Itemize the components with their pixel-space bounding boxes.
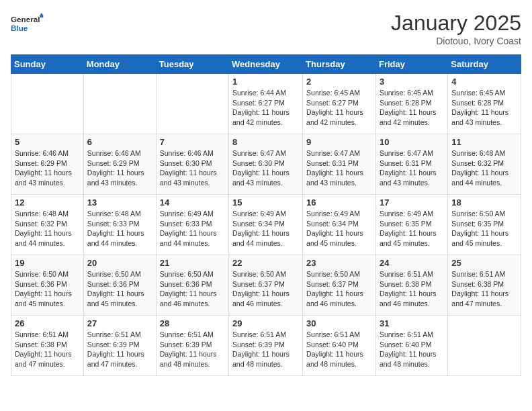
week-row-3: 12Sunrise: 6:48 AMSunset: 6:32 PMDayligh… <box>11 195 521 255</box>
calendar-cell: 28Sunrise: 6:51 AMSunset: 6:39 PMDayligh… <box>156 316 228 376</box>
calendar-cell: 27Sunrise: 6:51 AMSunset: 6:39 PMDayligh… <box>83 316 156 376</box>
month-title: January 2025 <box>391 11 521 36</box>
day-info: Sunrise: 6:51 AMSunset: 6:39 PMDaylight:… <box>87 330 152 369</box>
day-info: Sunrise: 6:46 AMSunset: 6:29 PMDaylight:… <box>87 148 152 188</box>
calendar-cell <box>11 74 84 134</box>
day-info: Sunrise: 6:51 AMSunset: 6:39 PMDaylight:… <box>160 330 225 369</box>
day-info: Sunrise: 6:50 AMSunset: 6:35 PMDaylight:… <box>451 209 517 248</box>
calendar-cell: 11Sunrise: 6:48 AMSunset: 6:32 PMDayligh… <box>448 134 521 195</box>
weekday-thursday: Thursday <box>303 55 376 74</box>
weekday-wednesday: Wednesday <box>229 55 303 74</box>
day-info: Sunrise: 6:45 AMSunset: 6:28 PMDaylight:… <box>451 88 517 128</box>
calendar-cell: 22Sunrise: 6:50 AMSunset: 6:37 PMDayligh… <box>229 255 303 316</box>
day-number: 30 <box>306 318 372 328</box>
calendar-cell: 1Sunrise: 6:44 AMSunset: 6:27 PMDaylight… <box>229 74 303 134</box>
day-info: Sunrise: 6:46 AMSunset: 6:29 PMDaylight:… <box>15 148 80 188</box>
day-info: Sunrise: 6:50 AMSunset: 6:36 PMDaylight:… <box>15 269 80 309</box>
day-number: 12 <box>15 197 80 208</box>
calendar-cell <box>156 74 228 134</box>
day-info: Sunrise: 6:44 AMSunset: 6:27 PMDaylight:… <box>232 88 299 128</box>
day-number: 5 <box>15 137 80 147</box>
day-info: Sunrise: 6:51 AMSunset: 6:38 PMDaylight:… <box>451 269 517 309</box>
calendar-cell: 12Sunrise: 6:48 AMSunset: 6:32 PMDayligh… <box>11 195 84 255</box>
weekday-tuesday: Tuesday <box>156 55 228 74</box>
calendar-cell: 31Sunrise: 6:51 AMSunset: 6:40 PMDayligh… <box>375 316 447 376</box>
day-info: Sunrise: 6:49 AMSunset: 6:35 PMDaylight:… <box>380 209 444 248</box>
calendar-cell: 17Sunrise: 6:49 AMSunset: 6:35 PMDayligh… <box>375 195 447 255</box>
day-info: Sunrise: 6:51 AMSunset: 6:38 PMDaylight:… <box>380 269 444 309</box>
day-info: Sunrise: 6:45 AMSunset: 6:28 PMDaylight:… <box>380 88 444 128</box>
day-info: Sunrise: 6:50 AMSunset: 6:36 PMDaylight:… <box>87 269 152 309</box>
day-info: Sunrise: 6:50 AMSunset: 6:37 PMDaylight:… <box>232 269 299 309</box>
weekday-header-row: SundayMondayTuesdayWednesdayThursdayFrid… <box>11 55 521 74</box>
calendar-cell: 3Sunrise: 6:45 AMSunset: 6:28 PMDaylight… <box>375 74 447 134</box>
weekday-friday: Friday <box>375 55 447 74</box>
day-number: 20 <box>87 258 152 268</box>
svg-marker-2 <box>40 13 43 15</box>
logo-svg: General Blue <box>11 11 44 38</box>
week-row-1: 1Sunrise: 6:44 AMSunset: 6:27 PMDaylight… <box>11 74 521 134</box>
day-info: Sunrise: 6:49 AMSunset: 6:34 PMDaylight:… <box>306 209 372 248</box>
day-info: Sunrise: 6:49 AMSunset: 6:33 PMDaylight:… <box>160 209 225 248</box>
day-number: 25 <box>451 258 517 268</box>
day-info: Sunrise: 6:50 AMSunset: 6:37 PMDaylight:… <box>306 269 372 309</box>
day-number: 18 <box>451 197 517 208</box>
calendar-cell: 23Sunrise: 6:50 AMSunset: 6:37 PMDayligh… <box>303 255 376 316</box>
calendar-cell: 26Sunrise: 6:51 AMSunset: 6:38 PMDayligh… <box>11 316 84 376</box>
calendar-cell: 8Sunrise: 6:47 AMSunset: 6:30 PMDaylight… <box>229 134 303 195</box>
calendar-cell: 24Sunrise: 6:51 AMSunset: 6:38 PMDayligh… <box>375 255 447 316</box>
day-info: Sunrise: 6:48 AMSunset: 6:32 PMDaylight:… <box>15 209 80 248</box>
day-info: Sunrise: 6:51 AMSunset: 6:40 PMDaylight:… <box>380 330 444 369</box>
day-number: 2 <box>306 77 372 87</box>
day-number: 3 <box>380 77 444 87</box>
calendar-cell: 20Sunrise: 6:50 AMSunset: 6:36 PMDayligh… <box>83 255 156 316</box>
svg-marker-3 <box>40 15 43 17</box>
day-info: Sunrise: 6:50 AMSunset: 6:36 PMDaylight:… <box>160 269 225 309</box>
day-info: Sunrise: 6:51 AMSunset: 6:38 PMDaylight:… <box>15 330 80 369</box>
week-row-5: 26Sunrise: 6:51 AMSunset: 6:38 PMDayligh… <box>11 316 521 376</box>
weekday-saturday: Saturday <box>448 55 521 74</box>
calendar-cell: 6Sunrise: 6:46 AMSunset: 6:29 PMDaylight… <box>83 134 156 195</box>
day-info: Sunrise: 6:48 AMSunset: 6:32 PMDaylight:… <box>451 148 517 188</box>
day-number: 16 <box>306 197 372 208</box>
day-number: 11 <box>451 137 517 147</box>
page-header: General Blue January 2025 Diotouo, Ivory… <box>11 11 521 46</box>
calendar-cell: 9Sunrise: 6:47 AMSunset: 6:31 PMDaylight… <box>303 134 376 195</box>
calendar-cell: 18Sunrise: 6:50 AMSunset: 6:35 PMDayligh… <box>448 195 521 255</box>
day-number: 13 <box>87 197 152 208</box>
calendar-cell <box>448 316 521 376</box>
day-info: Sunrise: 6:47 AMSunset: 6:30 PMDaylight:… <box>232 148 299 188</box>
calendar-table: SundayMondayTuesdayWednesdayThursdayFrid… <box>11 54 521 376</box>
calendar-cell: 13Sunrise: 6:48 AMSunset: 6:33 PMDayligh… <box>83 195 156 255</box>
day-info: Sunrise: 6:49 AMSunset: 6:34 PMDaylight:… <box>232 209 299 248</box>
calendar-cell: 29Sunrise: 6:51 AMSunset: 6:39 PMDayligh… <box>229 316 303 376</box>
calendar-cell: 14Sunrise: 6:49 AMSunset: 6:33 PMDayligh… <box>156 195 228 255</box>
day-number: 29 <box>232 318 299 328</box>
calendar-cell: 4Sunrise: 6:45 AMSunset: 6:28 PMDaylight… <box>448 74 521 134</box>
day-number: 17 <box>380 197 444 208</box>
logo: General Blue <box>11 11 44 38</box>
location: Diotouo, Ivory Coast <box>391 36 521 46</box>
title-block: January 2025 Diotouo, Ivory Coast <box>391 11 521 46</box>
weekday-monday: Monday <box>83 55 156 74</box>
day-number: 22 <box>232 258 299 268</box>
day-number: 19 <box>15 258 80 268</box>
day-info: Sunrise: 6:45 AMSunset: 6:27 PMDaylight:… <box>306 88 372 128</box>
day-number: 21 <box>160 258 225 268</box>
day-info: Sunrise: 6:51 AMSunset: 6:40 PMDaylight:… <box>306 330 372 369</box>
calendar-cell: 15Sunrise: 6:49 AMSunset: 6:34 PMDayligh… <box>229 195 303 255</box>
day-number: 4 <box>451 77 517 87</box>
weekday-sunday: Sunday <box>11 55 84 74</box>
calendar-cell: 10Sunrise: 6:47 AMSunset: 6:31 PMDayligh… <box>375 134 447 195</box>
calendar-cell: 25Sunrise: 6:51 AMSunset: 6:38 PMDayligh… <box>448 255 521 316</box>
week-row-4: 19Sunrise: 6:50 AMSunset: 6:36 PMDayligh… <box>11 255 521 316</box>
day-number: 6 <box>87 137 152 147</box>
calendar-cell: 16Sunrise: 6:49 AMSunset: 6:34 PMDayligh… <box>303 195 376 255</box>
day-number: 26 <box>15 318 80 328</box>
svg-text:Blue: Blue <box>11 24 28 32</box>
day-number: 27 <box>87 318 152 328</box>
day-number: 8 <box>232 137 299 147</box>
day-number: 28 <box>160 318 225 328</box>
svg-text:General: General <box>11 15 40 24</box>
calendar-cell: 5Sunrise: 6:46 AMSunset: 6:29 PMDaylight… <box>11 134 84 195</box>
